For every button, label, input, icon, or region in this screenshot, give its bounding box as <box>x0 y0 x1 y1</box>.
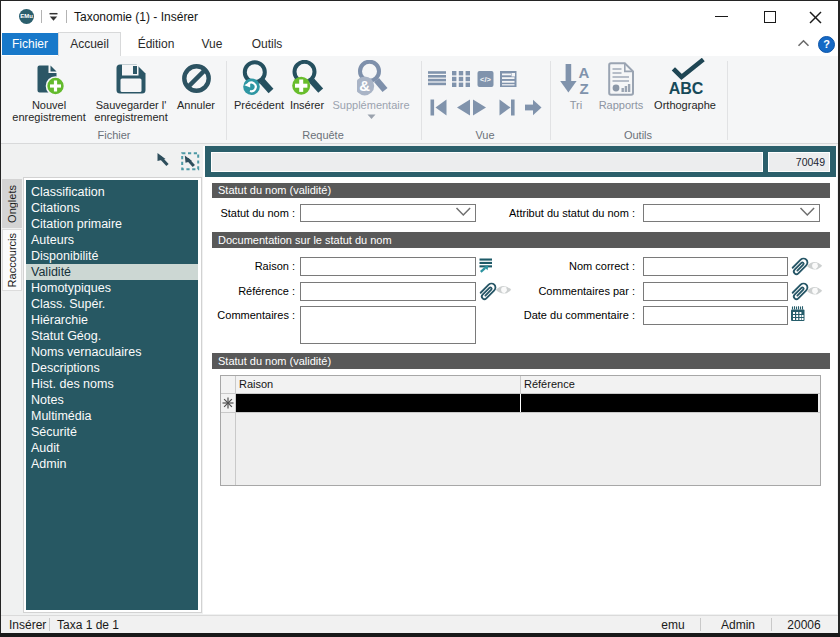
svg-text:A: A <box>579 64 590 81</box>
svg-text:&: & <box>359 77 370 94</box>
svg-text:ABC: ABC <box>669 80 704 97</box>
svg-text:</>: </> <box>480 75 491 84</box>
svg-text:Z: Z <box>579 80 588 97</box>
